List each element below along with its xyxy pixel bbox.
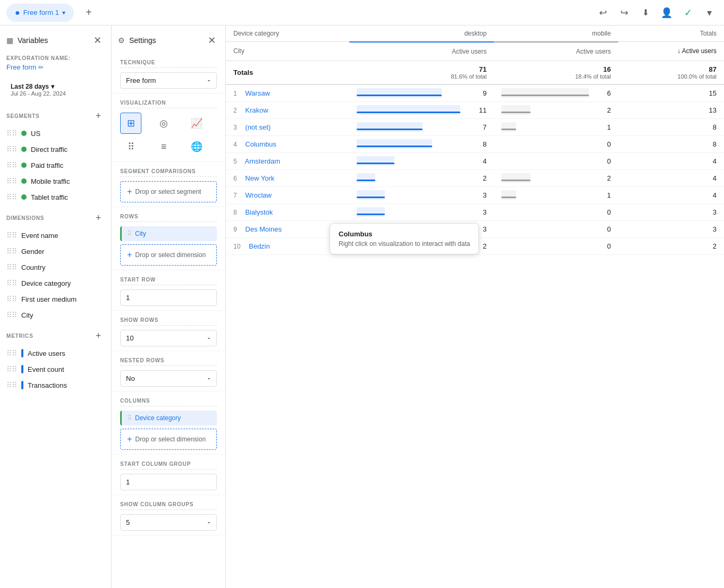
metric-item-active-users[interactable]: ⠿⠿Active users <box>0 345 111 361</box>
mobile-group-header: mobile <box>494 25 618 42</box>
visualization-options: ⊞ ◎ 📈 ⠿ ≡ 🌐 <box>120 113 217 157</box>
undo-icon: ↩ <box>599 7 607 19</box>
start-row-section: START ROW <box>112 270 225 311</box>
column-chip[interactable]: ⠿ Device category <box>120 411 217 425</box>
desktop-group-header: desktop <box>349 25 494 42</box>
drag-icon: ⠿⠿ <box>6 161 17 169</box>
total-value-cell: 8 <box>618 135 724 152</box>
mobile-value-cell: 0 <box>494 135 618 152</box>
more-button[interactable]: ▾ <box>701 4 718 21</box>
segments-list: ⠿⠿US⠿⠿Direct traffic⠿⠿Paid traffic⠿⠿Mobi… <box>0 125 111 205</box>
desktop-value-cell: 4 <box>349 152 494 169</box>
table-row: 2 Krakow 11 2 13 <box>226 101 724 118</box>
table-row: 5 Amsterdam 4 0 4 <box>226 152 724 169</box>
totals-mobile-cell: 16 18.4% of total <box>494 61 618 84</box>
add-metric-button[interactable]: + <box>92 329 105 342</box>
viz-donut-button[interactable]: ◎ <box>153 113 174 134</box>
device-category-header: Device category <box>226 25 349 42</box>
settings-title: Settings <box>129 36 156 45</box>
mobile-active-users-header[interactable]: Active users <box>494 42 618 61</box>
segment-comparisons-label: SEGMENT COMPARISONS <box>120 168 217 177</box>
redo-button[interactable]: ↪ <box>616 4 633 21</box>
viz-table-button[interactable]: ⊞ <box>120 113 141 134</box>
desktop-value-cell: 11 <box>349 101 494 118</box>
city-column-header[interactable]: City <box>226 42 349 61</box>
dimensions-list: ⠿⠿Event name⠿⠿Gender⠿⠿Country⠿⠿Device ca… <box>0 227 111 323</box>
segment-item-us[interactable]: ⠿⠿US <box>0 125 111 141</box>
add-segment-button[interactable]: + <box>92 109 105 122</box>
viz-line-button[interactable]: 📈 <box>186 113 207 134</box>
show-rows-select[interactable]: 10 25 50 <box>120 330 217 346</box>
redo-icon: ↪ <box>620 7 628 19</box>
add-dimension-button[interactable]: + <box>92 211 105 224</box>
metrics-list: ⠿⠿Active users⠿⠿Event count⠿⠿Transaction… <box>0 345 111 393</box>
dimension-item-device-category[interactable]: ⠿⠿Device category <box>0 275 111 291</box>
metric-item-transactions[interactable]: ⠿⠿Transactions <box>0 377 111 393</box>
row-rank-city: 7 Wroclaw <box>226 186 349 203</box>
data-table: Device category desktop mobile Totals <box>226 25 724 255</box>
mobile-value-cell: 1 <box>494 118 618 135</box>
totals-desktop-cell: 71 81.6% of total <box>349 61 494 84</box>
total-active-users-header[interactable]: ↓ Active users <box>618 42 724 61</box>
technique-label: TECHNIQUE <box>120 59 217 68</box>
city-link[interactable]: Bedzin <box>249 242 270 250</box>
column-drop-zone[interactable]: + Drop or select dimension <box>120 429 217 450</box>
dimension-item-first-user-medium[interactable]: ⠿⠿First user medium <box>0 291 111 307</box>
plus-icon: + <box>127 434 132 444</box>
dimension-item-gender[interactable]: ⠿⠿Gender <box>0 243 111 259</box>
segment-item-tablet-traffic[interactable]: ⠿⠿Tablet traffic <box>0 189 111 205</box>
total-value-cell: 4 <box>618 169 724 186</box>
show-rows-section: SHOW ROWS 10 25 50 <box>112 311 225 351</box>
row-chip[interactable]: ⠿ City <box>120 226 217 241</box>
download-button[interactable]: ⬇ <box>637 4 654 21</box>
toolbar-actions: ↩ ↪ ⬇ 👤 ✓ ▾ <box>594 4 718 21</box>
viz-map-button[interactable]: 🌐 <box>186 136 207 157</box>
city-link[interactable]: Des Moines <box>245 225 282 233</box>
mobile-value-cell: 0 <box>494 220 618 237</box>
city-link[interactable]: Columbus <box>245 140 276 148</box>
variables-panel-header: ▦ Variables ✕ <box>0 25 111 53</box>
technique-select[interactable]: Free form <box>120 72 217 89</box>
drag-icon: ⠿⠿ <box>6 311 17 319</box>
segment-item-paid-traffic[interactable]: ⠿⠿Paid traffic <box>0 157 111 173</box>
status-button[interactable]: ✓ <box>679 4 696 21</box>
city-link[interactable]: Wroclaw <box>245 191 272 199</box>
table-row: 8 Bialystok 3 0 3 <box>226 203 724 220</box>
date-range-button[interactable]: Last 28 days ▾ Jul 26 - Aug 22, 2024 <box>6 80 105 100</box>
city-link[interactable]: Krakow <box>245 106 268 114</box>
start-row-input[interactable] <box>120 289 217 306</box>
free-form-tab[interactable]: ● Free form 1 ▾ <box>6 4 74 22</box>
start-column-group-input[interactable] <box>120 474 217 490</box>
nested-rows-select[interactable]: No Yes <box>120 370 217 387</box>
show-column-groups-label: SHOW COLUMN GROUPS <box>120 501 217 510</box>
dimension-item-country[interactable]: ⠿⠿Country <box>0 259 111 275</box>
add-tab-button[interactable]: + <box>80 4 97 21</box>
settings-panel: ⚙ Settings ✕ TECHNIQUE Free form VISUALI… <box>112 25 226 588</box>
row-rank-city: 5 Amsterdam <box>226 152 349 169</box>
viz-bar-button[interactable]: ≡ <box>153 136 174 157</box>
city-link[interactable]: New York <box>245 174 274 182</box>
show-column-groups-select[interactable]: 5 10 <box>120 514 217 531</box>
segment-item-mobile-traffic[interactable]: ⠿⠿Mobile traffic <box>0 173 111 189</box>
table-icon: ⊞ <box>127 117 135 129</box>
globe-icon: 🌐 <box>191 141 203 152</box>
settings-close-button[interactable]: ✕ <box>204 33 219 48</box>
variables-close-button[interactable]: ✕ <box>90 33 105 48</box>
metric-item-event-count[interactable]: ⠿⠿Event count <box>0 361 111 377</box>
share-button[interactable]: 👤 <box>658 4 675 21</box>
segment-item-direct-traffic[interactable]: ⠿⠿Direct traffic <box>0 141 111 157</box>
dimension-item-city[interactable]: ⠿⠿City <box>0 307 111 323</box>
city-link[interactable]: Amsterdam <box>245 157 280 165</box>
city-link[interactable]: Warsaw <box>245 89 270 97</box>
row-rank-city: 3 (not set) <box>226 118 349 135</box>
city-link[interactable]: Bialystok <box>245 208 273 216</box>
segment-drop-zone[interactable]: + Drop or select segment <box>120 181 217 202</box>
row-drop-zone[interactable]: + Drop or select dimension <box>120 244 217 266</box>
dimension-item-event-name[interactable]: ⠿⠿Event name <box>0 227 111 243</box>
undo-button[interactable]: ↩ <box>594 4 611 21</box>
viz-scatter-button[interactable]: ⠿ <box>120 136 141 157</box>
mobile-value-cell: 0 <box>494 152 618 169</box>
city-link[interactable]: (not set) <box>245 123 271 131</box>
desktop-active-users-header[interactable]: Active users <box>349 42 494 61</box>
desktop-value-cell: 2 <box>349 169 494 186</box>
